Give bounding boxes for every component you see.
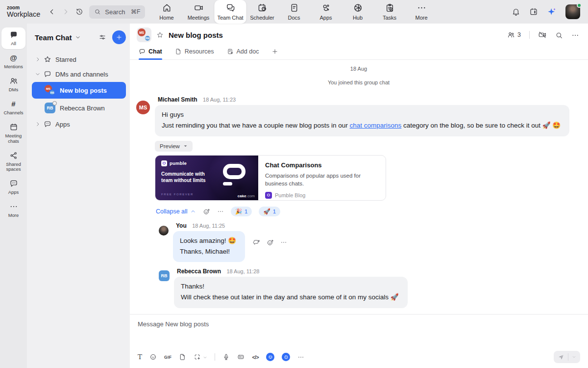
reaction-rocket[interactable]: 🚀 1 (259, 207, 280, 216)
add-reaction-icon[interactable] (203, 207, 210, 216)
audio-message-icon[interactable] (222, 353, 230, 361)
message-composer[interactable]: Message New blog posts T GIF </> (130, 314, 588, 368)
send-button[interactable] (554, 351, 580, 363)
more-tools-icon[interactable] (297, 354, 304, 361)
more-options-icon[interactable] (571, 30, 579, 39)
nav-forward-icon[interactable] (62, 8, 70, 16)
chat-outline-icon (44, 70, 51, 78)
search-input[interactable]: Search ⌘F (89, 5, 145, 19)
chat-comparisons-link[interactable]: chat comparisons (349, 122, 401, 129)
reaction-party[interactable]: 🎉 1 (231, 207, 252, 216)
collapse-all-button[interactable]: Collapse all (156, 208, 196, 215)
chat-filled-icon (9, 30, 18, 39)
author-name: Michael Smith (158, 96, 197, 103)
screenshot-options-icon[interactable] (203, 353, 207, 362)
timestamp: 18 Aug, 11:28 (226, 268, 259, 274)
thread: You 18 Aug, 11:25 Looks amazing! 🤩 Thank… (159, 222, 581, 314)
presence-dot (577, 3, 582, 8)
meeting-app-icon[interactable] (266, 353, 274, 361)
tab-home[interactable]: Home (151, 0, 183, 24)
screenshot-icon[interactable] (194, 353, 201, 361)
rail-item-shared-spaces[interactable]: Shared spaces (1, 148, 25, 175)
tab-docs[interactable]: Docs (278, 0, 310, 24)
rail-item-more[interactable]: More (1, 199, 25, 221)
tab-meetings[interactable]: Meetings (183, 0, 215, 24)
chat-dots-icon (44, 120, 51, 128)
tab-tasks[interactable]: Tasks (374, 0, 406, 24)
tab-resources[interactable]: Resources (175, 46, 214, 59)
preview-toggle-button[interactable]: Preview (155, 141, 193, 152)
more-icon[interactable] (217, 207, 224, 216)
sidebar-item-dms-and-channels[interactable]: DMs and channels (32, 67, 126, 81)
rail-item-channels[interactable]: # Channels (1, 97, 25, 118)
calendar-icon (9, 123, 18, 131)
tab-team-chat[interactable]: Team Chat (215, 0, 246, 24)
gif-icon[interactable]: GIF (164, 355, 172, 360)
video-message-icon[interactable] (237, 353, 245, 361)
author-name: You (176, 222, 187, 229)
add-reaction-icon[interactable] (267, 238, 274, 247)
profile-avatar[interactable] (565, 4, 580, 19)
tab-chat[interactable]: Chat (139, 46, 162, 59)
send-options-icon[interactable] (572, 355, 576, 359)
clips-app-icon[interactable] (282, 353, 290, 361)
history-icon[interactable] (75, 8, 83, 16)
group-avatar: MS RB (137, 27, 151, 42)
hash-icon: # (11, 100, 15, 108)
channel-new-blog-posts[interactable]: MS RB New blog posts (32, 82, 126, 99)
sidebar-item-apps[interactable]: Apps (32, 117, 126, 131)
channel-rebecca-brown[interactable]: RB Rebecca Brown (32, 100, 126, 116)
rail-item-dms[interactable]: DMs (1, 74, 25, 95)
compose-toolbar: T GIF </> (138, 351, 580, 363)
tab-scheduler[interactable]: Scheduler (246, 0, 278, 24)
tab-apps[interactable]: Apps (310, 0, 342, 24)
avatar-you[interactable] (159, 226, 169, 236)
attach-file-icon[interactable] (179, 353, 186, 361)
chevron-right-icon (35, 121, 40, 127)
chevron-down-icon (35, 71, 40, 77)
emoji-icon[interactable] (149, 353, 157, 361)
tab-more[interactable]: More (406, 0, 438, 24)
card-source: Pumble Blog (265, 192, 382, 199)
people-icon (9, 77, 18, 85)
team-chat-dropdown[interactable]: Team Chat (35, 33, 81, 42)
channel-sidebar: Team Chat Starred DMs and channels (27, 24, 130, 368)
add-tab-button[interactable] (271, 46, 278, 59)
avatar-michael-smith[interactable]: MS (136, 101, 150, 114)
apps-icon (321, 3, 331, 13)
top-bar: zoom Workplace Search ⌘F Home Meetings (0, 0, 588, 24)
pumble-mark (223, 164, 245, 185)
rail-item-mentions[interactable]: @ Mentions (1, 51, 25, 72)
tab-add-doc[interactable]: Add doc (227, 46, 259, 59)
code-snippet-icon[interactable]: </> (252, 354, 259, 360)
divider (529, 31, 530, 39)
timestamp: 18 Aug, 11:23 (203, 97, 236, 103)
panel-icon[interactable] (529, 7, 538, 17)
link-preview-card[interactable]: pumble Communicate with team without lim… (155, 155, 386, 201)
reply-in-thread-icon[interactable] (253, 238, 260, 247)
nav-back-icon[interactable] (48, 8, 56, 16)
new-chat-button[interactable] (112, 30, 126, 44)
members-icon (507, 31, 515, 39)
sidebar-item-starred[interactable]: Starred (32, 52, 126, 67)
status-ring (52, 101, 57, 105)
filter-icon[interactable] (98, 33, 106, 41)
notifications-icon[interactable] (512, 7, 520, 17)
format-text-icon[interactable]: T (138, 354, 142, 361)
tab-hub[interactable]: Hub (342, 0, 374, 24)
rail-item-apps[interactable]: Apps (1, 176, 25, 198)
ai-companion-icon[interactable] (547, 7, 557, 17)
video-off-icon[interactable] (538, 30, 547, 40)
rail-item-all[interactable]: All (1, 27, 25, 49)
chat-tab-icon (139, 48, 146, 55)
search-in-chat-icon[interactable] (555, 30, 563, 39)
members-button[interactable]: 3 (507, 31, 521, 39)
message-hover-actions (253, 238, 287, 247)
card-title: Chat Comparisons (265, 161, 382, 169)
more-icon[interactable] (280, 238, 287, 247)
rail-item-meeting-chats[interactable]: Meeting chats (1, 120, 25, 147)
avatar-rebecca[interactable]: RB (159, 270, 170, 281)
chat-panel: MS RB New blog posts 3 (130, 24, 588, 368)
divider (568, 353, 568, 361)
star-chat-icon[interactable] (156, 31, 164, 39)
